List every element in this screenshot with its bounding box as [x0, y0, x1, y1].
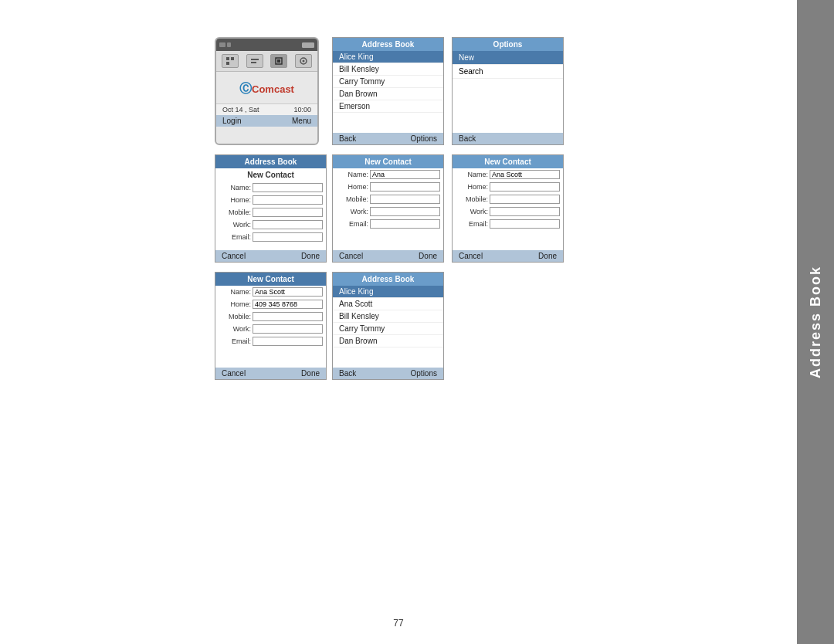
- toolbar-btn-4[interactable]: [295, 54, 312, 68]
- svg-point-8: [303, 60, 305, 63]
- contact-alice-king-2[interactable]: Alice King: [333, 286, 443, 298]
- email-input-with-home[interactable]: [253, 337, 323, 346]
- back-button-1[interactable]: Back: [339, 134, 356, 143]
- email-input-empty[interactable]: [253, 232, 323, 242]
- name-input-empty[interactable]: [253, 183, 323, 192]
- svg-rect-0: [226, 57, 229, 60]
- name-input-ana[interactable]: [370, 170, 440, 179]
- mobile-input-with-home[interactable]: [253, 312, 323, 321]
- work-label-ana-scott: Work:: [456, 208, 488, 215]
- svg-rect-3: [251, 59, 259, 60]
- email-label-ana: Email:: [336, 220, 368, 228]
- new-contact-footer-empty: Cancel Done: [215, 250, 326, 262]
- email-input-ana-scott[interactable]: [490, 219, 560, 229]
- svg-rect-6: [277, 59, 280, 63]
- contact-bill-kensley-1[interactable]: Bill Kensley: [333, 63, 443, 76]
- cancel-button-ana[interactable]: Cancel: [339, 252, 363, 260]
- toolbar-btn-2[interactable]: [246, 54, 263, 68]
- form-row-mobile-ana-scott: Mobile:: [453, 193, 563, 205]
- svg-rect-4: [251, 62, 256, 63]
- new-contact-footer-ana: Cancel Done: [333, 250, 443, 262]
- name-label-ana: Name:: [336, 171, 368, 178]
- done-button-empty[interactable]: Done: [301, 252, 320, 260]
- form-row-work-ana: Work:: [333, 205, 443, 218]
- work-input-ana-scott[interactable]: [490, 207, 560, 216]
- contact-carry-tommy-2[interactable]: Carry Tommy: [333, 323, 443, 335]
- new-contact-header-with-home: New Contact: [215, 273, 326, 286]
- mobile-label-empty: Mobile:: [219, 208, 251, 216]
- form-row-work-empty: Work:: [215, 219, 326, 231]
- options-button-1[interactable]: Options: [411, 134, 437, 143]
- cancel-button-ana-scott[interactable]: Cancel: [459, 252, 483, 260]
- option-search[interactable]: Search: [453, 65, 563, 79]
- mobile-input-ana-scott[interactable]: [490, 195, 560, 204]
- contact-ana-scott-2[interactable]: Ana Scott: [333, 298, 443, 310]
- new-contact-title-empty: New Contact: [215, 168, 326, 181]
- form-row-email-with-home: Email:: [215, 335, 326, 347]
- home-input-ana[interactable]: [370, 182, 440, 192]
- name-label-ana-scott: Name:: [456, 171, 488, 178]
- contact-bill-kensley-2[interactable]: Bill Kensley: [333, 310, 443, 323]
- mobile-label-ana: Mobile:: [336, 195, 368, 203]
- new-contact-footer-with-home: Cancel Done: [215, 368, 326, 379]
- form-row-name-ana: Name:: [333, 168, 443, 181]
- mobile-input-empty[interactable]: [253, 208, 323, 217]
- form-row-mobile-with-home: Mobile:: [215, 310, 326, 323]
- phone-screen: ⒸComcast Oct 14 , Sat 10:00 Login Menu: [215, 37, 319, 145]
- home-input-with-home[interactable]: [253, 300, 323, 309]
- new-contact-screen-ana-scott: New Contact Name: Home: Mobile: Work: Em…: [452, 154, 564, 263]
- options-header: Options: [453, 38, 563, 51]
- done-button-with-home[interactable]: Done: [301, 369, 320, 378]
- form-row-home-ana: Home:: [333, 181, 443, 193]
- name-label-empty: Name:: [219, 184, 251, 192]
- phone-date-bar: Oct 14 , Sat 10:00: [216, 103, 317, 115]
- sidebar-label: Address Book: [808, 266, 824, 378]
- home-input-ana-scott[interactable]: [490, 182, 560, 192]
- menu-button[interactable]: Menu: [292, 117, 311, 125]
- new-contact-footer-ana-scott: Cancel Done: [453, 250, 563, 262]
- form-row-home-with-home: Home:: [215, 298, 326, 310]
- contact-alice-king-1[interactable]: Alice King: [333, 51, 443, 63]
- option-new[interactable]: New: [453, 51, 563, 65]
- cancel-button-empty[interactable]: Cancel: [222, 252, 246, 260]
- mobile-label-with-home: Mobile:: [219, 313, 251, 320]
- main-content: ⒸComcast Oct 14 , Sat 10:00 Login Menu A…: [0, 0, 797, 644]
- email-input-ana[interactable]: [370, 219, 440, 229]
- contact-dan-brown-1[interactable]: Dan Brown: [333, 88, 443, 100]
- address-book-header-1: Address Book: [333, 38, 443, 51]
- email-label-with-home: Email:: [219, 337, 251, 345]
- phone-time: 10:00: [293, 106, 311, 114]
- done-button-ana[interactable]: Done: [419, 252, 437, 260]
- options-button-2[interactable]: Options: [411, 369, 437, 378]
- contact-dan-brown-2[interactable]: Dan Brown: [333, 335, 443, 347]
- new-contact-header-ana: New Contact: [333, 155, 443, 168]
- work-input-empty[interactable]: [253, 220, 323, 229]
- address-book-footer-1: Back Options: [333, 133, 443, 144]
- home-label-with-home: Home:: [219, 300, 251, 308]
- toolbar-btn-3[interactable]: [270, 54, 287, 68]
- battery-icon: [302, 42, 314, 48]
- form-row-home-empty: Home:: [215, 194, 326, 206]
- cancel-button-with-home[interactable]: Cancel: [222, 369, 246, 378]
- login-button[interactable]: Login: [222, 117, 241, 125]
- back-button-2[interactable]: Back: [339, 369, 356, 378]
- form-row-name-empty: Name:: [215, 181, 326, 194]
- contact-emerson-1[interactable]: Emerson: [333, 100, 443, 113]
- done-button-ana-scott[interactable]: Done: [538, 252, 557, 260]
- name-input-with-home[interactable]: [253, 287, 323, 297]
- mobile-input-ana[interactable]: [370, 195, 440, 204]
- form-row-email-ana: Email:: [333, 218, 443, 230]
- contact-carry-tommy-1[interactable]: Carry Tommy: [333, 76, 443, 88]
- email-label-ana-scott: Email:: [456, 220, 488, 228]
- form-row-name-ana-scott: Name:: [453, 168, 563, 181]
- home-input-empty[interactable]: [253, 195, 323, 205]
- name-input-ana-scott[interactable]: [490, 170, 560, 179]
- toolbar-btn-1[interactable]: [222, 54, 239, 68]
- new-contact-header-ana-scott: New Contact: [453, 155, 563, 168]
- work-input-with-home[interactable]: [253, 324, 323, 334]
- form-row-email-empty: Email:: [215, 231, 326, 243]
- address-book-screen-2: Address Book Alice King Ana Scott Bill K…: [332, 272, 444, 380]
- work-input-ana[interactable]: [370, 207, 440, 216]
- back-button-options[interactable]: Back: [459, 134, 476, 143]
- new-contact-screen-with-home: New Contact Name: Home: Mobile: Work: Em…: [215, 272, 327, 380]
